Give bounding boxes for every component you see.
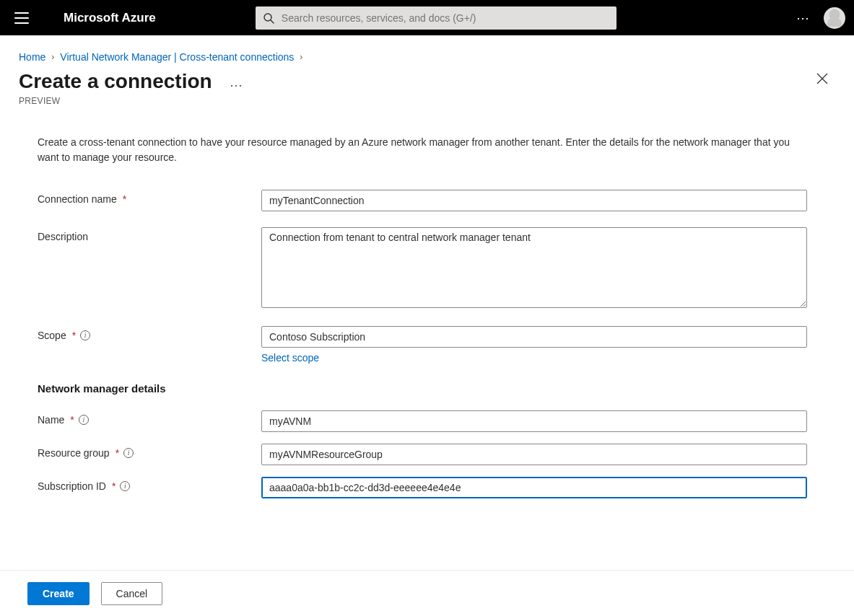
resource-group-input[interactable] <box>261 444 807 465</box>
user-avatar[interactable] <box>824 7 845 29</box>
footer-actions: Create Cancel <box>0 570 854 616</box>
svg-line-1 <box>271 20 274 23</box>
label-connection-name: Connection name* <box>38 190 261 205</box>
top-bar: Microsoft Azure ⋯ <box>0 0 854 35</box>
close-icon <box>816 73 828 84</box>
subscription-id-input[interactable] <box>261 477 807 498</box>
nm-name-input[interactable] <box>261 410 807 432</box>
hamburger-menu-icon[interactable] <box>14 9 32 27</box>
intro-text: Create a cross-tenant connection to have… <box>38 135 803 165</box>
search-input[interactable] <box>280 12 609 25</box>
connection-name-input[interactable] <box>261 190 807 211</box>
form-content: Create a cross-tenant connection to have… <box>0 106 854 498</box>
label-scope: Scope* i <box>38 326 261 341</box>
search-icon <box>263 12 274 24</box>
svg-point-0 <box>264 14 271 21</box>
close-button[interactable] <box>816 73 828 87</box>
page-title: Create a connection <box>19 70 212 93</box>
label-resource-group: Resource group* i <box>38 444 261 459</box>
create-button[interactable]: Create <box>27 582 90 605</box>
title-bar: Create a connection ⋯ <box>0 63 854 93</box>
label-subscription-id: Subscription ID* i <box>38 477 261 492</box>
info-icon[interactable]: i <box>79 415 89 425</box>
global-search[interactable] <box>256 6 616 30</box>
label-description: Description <box>38 227 261 242</box>
scope-display[interactable] <box>261 326 807 348</box>
row-description: Description <box>38 227 816 310</box>
row-subscription-id: Subscription ID* i <box>38 477 816 498</box>
info-icon[interactable]: i <box>123 448 134 458</box>
row-resource-group: Resource group* i <box>38 444 816 465</box>
breadcrumb-home[interactable]: Home <box>19 51 45 63</box>
breadcrumb-vnm[interactable]: Virtual Network Manager | Cross-tenant c… <box>60 51 294 63</box>
cancel-button[interactable]: Cancel <box>101 582 163 605</box>
title-more-icon[interactable]: ⋯ <box>230 77 244 93</box>
breadcrumb: Home › Virtual Network Manager | Cross-t… <box>0 35 854 63</box>
preview-badge: PREVIEW <box>0 93 854 106</box>
more-menu-icon[interactable]: ⋯ <box>796 10 811 26</box>
row-nm-name: Name* i <box>38 410 816 432</box>
brand-label: Microsoft Azure <box>64 11 156 25</box>
info-icon[interactable]: i <box>80 330 90 340</box>
label-nm-name: Name* i <box>38 410 261 426</box>
chevron-right-icon: › <box>51 52 54 62</box>
description-textarea[interactable] <box>261 227 807 308</box>
row-scope: Scope* i Select scope <box>38 326 816 364</box>
chevron-right-icon: › <box>300 52 302 62</box>
section-network-manager-details: Network manager details <box>38 382 816 395</box>
row-connection-name: Connection name* <box>38 190 816 211</box>
info-icon[interactable]: i <box>120 481 130 491</box>
select-scope-link[interactable]: Select scope <box>261 352 319 364</box>
